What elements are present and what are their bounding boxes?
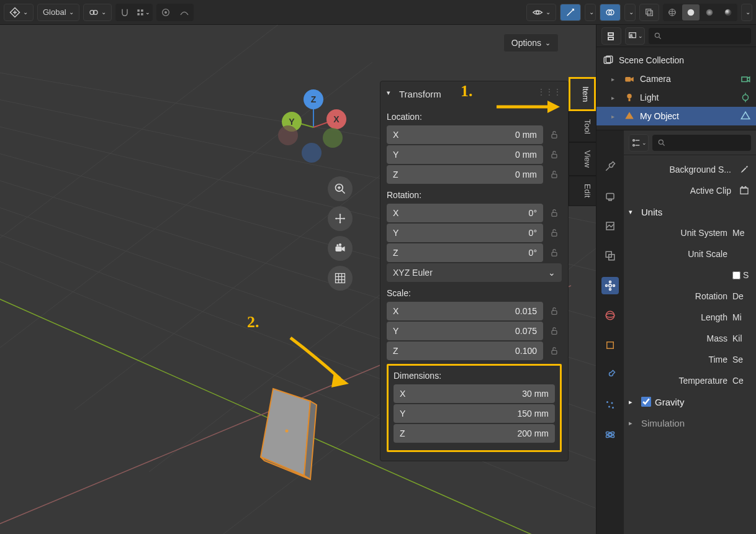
restriction-toggle-icon[interactable] bbox=[740, 92, 751, 103]
outliner-item-camera[interactable]: ▸ Camera bbox=[596, 70, 756, 88]
rotation-mode-dropdown[interactable]: XYZ Euler bbox=[387, 263, 562, 282]
lock-icon[interactable] bbox=[547, 228, 562, 238]
shading-solid[interactable] bbox=[682, 4, 700, 20]
shading-wireframe[interactable] bbox=[664, 4, 681, 20]
dimension-y limit-field[interactable]: Y150 mm bbox=[394, 404, 555, 423]
lock-icon[interactable] bbox=[547, 306, 562, 316]
separate-units-checkbox[interactable] bbox=[732, 271, 740, 279]
rotation-z-field[interactable]: Z0° bbox=[387, 243, 543, 262]
ptab-scene[interactable] bbox=[601, 277, 619, 294]
cursor-tool-dropdown[interactable]: ⌄ bbox=[4, 4, 34, 21]
ptab-viewlayer[interactable] bbox=[601, 247, 619, 265]
gravity-checkbox[interactable] bbox=[641, 397, 651, 407]
gizmo-neg-z[interactable] bbox=[302, 143, 322, 163]
shading-material[interactable] bbox=[701, 4, 718, 20]
viewport-options-dropdown[interactable]: Options ⌄ bbox=[503, 34, 559, 52]
shading-rendered[interactable] bbox=[719, 4, 737, 20]
ntab-edit[interactable]: Edit bbox=[569, 176, 596, 206]
location-x-field[interactable]: X0 mm bbox=[387, 125, 543, 144]
ntab-view[interactable]: View bbox=[569, 142, 596, 176]
outliner-item-light[interactable]: ▸ Light bbox=[596, 88, 756, 107]
n-panel: ⋮⋮⋮ Transform Location: X0 mm Y0 mm Z0 m… bbox=[380, 81, 569, 461]
scale-z-field[interactable]: Z0.100 bbox=[387, 342, 543, 360]
props-editor-type[interactable]: ⌄ bbox=[629, 134, 649, 152]
outliner-scene-collection[interactable]: Scene Collection bbox=[596, 51, 756, 70]
lock-icon[interactable] bbox=[547, 130, 562, 140]
location-z-field[interactable]: Z0 mm bbox=[387, 165, 543, 184]
gizmos-toggle[interactable] bbox=[560, 4, 581, 21]
ptab-object[interactable] bbox=[601, 337, 619, 354]
rotation-x-field[interactable]: X0° bbox=[387, 204, 543, 222]
gizmo-x-axis[interactable]: X bbox=[326, 109, 346, 129]
pan-tool[interactable] bbox=[328, 206, 353, 231]
restriction-toggle-icon[interactable] bbox=[740, 73, 751, 84]
eyedropper-icon[interactable] bbox=[736, 165, 752, 174]
gizmo-neg-x[interactable] bbox=[278, 125, 298, 145]
selected-mesh-object[interactable] bbox=[254, 382, 329, 482]
perspective-toggle[interactable] bbox=[328, 266, 353, 291]
gizmo-neg-y[interactable] bbox=[323, 128, 343, 148]
visibility-dropdown[interactable]: ⌄ bbox=[526, 4, 556, 21]
lock-icon[interactable] bbox=[547, 170, 562, 179]
disclosure-icon[interactable]: ▸ bbox=[611, 94, 619, 101]
outliner-display-mode[interactable]: ⌄ bbox=[625, 27, 645, 45]
disclosure-icon[interactable]: ▸ bbox=[611, 113, 619, 120]
lock-icon[interactable] bbox=[547, 326, 562, 336]
disclosure-icon[interactable]: ▸ bbox=[611, 76, 619, 83]
location-y-field[interactable]: Y0 mm bbox=[387, 145, 543, 164]
right-sidebar: ⌄ Scene Collection ▸ Camera ▸ Light bbox=[596, 25, 756, 534]
temperature-unit-value[interactable]: Ce bbox=[732, 376, 752, 386]
ptab-output[interactable] bbox=[601, 217, 619, 235]
transform-panel-header[interactable]: Transform bbox=[387, 86, 562, 106]
svg-point-96 bbox=[612, 407, 614, 409]
rotation-y-field[interactable]: Y0° bbox=[387, 224, 543, 242]
proportional-falloff-dropdown[interactable] bbox=[176, 4, 193, 20]
overlays-dropdown[interactable]: ⌄ bbox=[624, 4, 636, 21]
lock-icon[interactable] bbox=[547, 248, 562, 258]
scale-y-field[interactable]: Y0.075 bbox=[387, 322, 543, 340]
ptab-physics[interactable] bbox=[601, 426, 619, 443]
lock-icon[interactable] bbox=[547, 208, 562, 218]
axis-gizmo[interactable]: Z Y X bbox=[273, 87, 354, 168]
units-section-header[interactable]: ▾Units bbox=[629, 201, 752, 222]
proportional-toggle[interactable] bbox=[157, 4, 174, 20]
overlays-toggle[interactable] bbox=[600, 4, 621, 21]
outliner-editor-type[interactable] bbox=[601, 27, 621, 45]
ptab-render[interactable] bbox=[601, 188, 619, 205]
lock-icon[interactable] bbox=[547, 346, 562, 356]
zoom-tool[interactable] bbox=[328, 176, 353, 201]
scale-x-field[interactable]: X0.015 bbox=[387, 302, 543, 320]
time-unit-value[interactable]: Se bbox=[732, 355, 752, 364]
dimension-x-field[interactable]: X30 mm bbox=[394, 384, 555, 403]
outliner-search[interactable] bbox=[649, 28, 751, 44]
outliner-item-my-object[interactable]: ▸ My Object bbox=[596, 107, 756, 125]
rotation-unit-value[interactable]: De bbox=[732, 291, 752, 301]
ptab-world[interactable] bbox=[601, 307, 619, 324]
ptab-tool[interactable] bbox=[601, 158, 619, 175]
gizmos-dropdown[interactable]: ⌄ bbox=[585, 4, 596, 21]
dimension-z-field[interactable]: Z200 mm bbox=[394, 424, 555, 443]
mass-unit-value[interactable]: Kil bbox=[732, 333, 752, 343]
xray-toggle[interactable] bbox=[639, 4, 659, 21]
svg-line-105 bbox=[663, 143, 665, 145]
pivot-dropdown[interactable]: ⌄ bbox=[83, 4, 112, 21]
camera-view-tool[interactable] bbox=[328, 236, 353, 261]
3d-viewport[interactable]: Options ⌄ Z Y X ⋮⋮⋮ Transf bbox=[0, 25, 596, 534]
shading-dropdown[interactable]: ⌄ bbox=[741, 4, 752, 21]
simulation-section-header[interactable]: ▸Simulation bbox=[629, 412, 752, 433]
properties-search[interactable] bbox=[652, 135, 751, 151]
ntab-item[interactable]: Item bbox=[569, 77, 596, 111]
gizmo-z-axis[interactable]: Z bbox=[304, 89, 323, 109]
length-unit-value[interactable]: Mi bbox=[732, 312, 752, 322]
snap-toggle[interactable] bbox=[116, 4, 133, 20]
ptab-modifier[interactable] bbox=[601, 366, 619, 384]
ptab-particles[interactable] bbox=[601, 396, 619, 414]
restriction-toggle-icon[interactable] bbox=[740, 111, 751, 122]
movie-icon[interactable] bbox=[736, 186, 752, 196]
ntab-tool[interactable]: Tool bbox=[569, 111, 596, 142]
snap-mode-dropdown[interactable]: ⌄ bbox=[135, 4, 152, 20]
gravity-section-header[interactable]: ▸Gravity bbox=[629, 391, 752, 412]
orientation-dropdown[interactable]: Global ⌄ bbox=[37, 4, 79, 21]
lock-icon[interactable] bbox=[547, 150, 562, 160]
unit-system-value[interactable]: Me bbox=[732, 228, 752, 238]
